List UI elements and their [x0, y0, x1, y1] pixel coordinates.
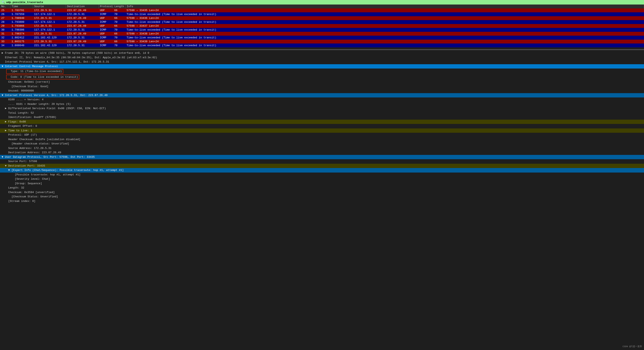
detail-line-src-addr: Source Address: 172.20.5.31 — [0, 146, 644, 151]
table-cell: 172.20.5.31 — [33, 24, 66, 28]
expand-arrow: ► — [5, 120, 8, 124]
expand-arrow — [5, 151, 8, 155]
detail-line-frame[interactable]: ►Frame 26: 70 bytes on wire (560 bits), … — [0, 51, 644, 55]
table-cell: ICMP — [99, 43, 113, 47]
detail-line-dst-addr: Destination Address: 223.87.26.49 — [0, 150, 644, 155]
table-cell: UDP — [99, 32, 113, 36]
expand-arrow — [12, 181, 15, 186]
detail-line-severity: [Severity level: Chat] — [0, 177, 644, 181]
expand-arrow — [5, 146, 8, 150]
detail-line-expert-info[interactable]: ▼[Expert Info (Chat/Sequence): Possible … — [0, 168, 644, 173]
detail-line-group: [Group: Sequence] — [0, 181, 644, 186]
table-cell: 70 — [113, 43, 125, 47]
table-cell: 172.20.5.31 — [66, 20, 99, 24]
detail-line-traceroute: [Possible traceroute: hop #1, attempt #1… — [0, 173, 644, 177]
table-row[interactable]: 341.808640221.182.42.129172.20.5.31ICMP7… — [0, 43, 644, 47]
detail-line-type: Type: 11 (Time-to-live exceeded) — [0, 68, 644, 74]
table-header-row: No. Time Source Destination Protocol Len… — [0, 4, 644, 8]
expand-arrow — [5, 115, 8, 119]
expand-arrow — [8, 69, 11, 73]
table-cell: 1.802412 — [10, 36, 33, 40]
table-row[interactable]: 281.793800117.174.122.1172.20.5.31ICMP70… — [0, 20, 644, 24]
table-cell: 1.787559 — [10, 12, 33, 16]
table-row[interactable]: 271.788940172.20.5.31223.87.26.49UDP6657… — [0, 16, 644, 20]
table-row[interactable]: 331.803175172.20.5.31223.87.26.49UDP6657… — [0, 40, 644, 43]
table-cell: 32 — [0, 36, 10, 40]
table-cell: 29 — [0, 24, 10, 28]
detail-line-ip: Internet Protocol Version 4, Src: 117.17… — [0, 60, 644, 64]
table-cell: 172.20.5.31 — [33, 32, 66, 36]
col-header-source: Source — [33, 4, 66, 8]
table-cell: 70 — [113, 28, 125, 32]
detail-line-ip2[interactable]: ▼Internet Protocol Version 4, Src: 172.2… — [0, 93, 644, 98]
expand-arrow — [5, 190, 8, 194]
table-cell: 223.87.26.49 — [66, 40, 99, 43]
table-cell: Time-to-live exceeded (Time to live exce… — [125, 28, 644, 32]
detail-panel: ►Frame 26: 70 bytes on wire (560 bits), … — [0, 50, 644, 350]
table-cell: UDP — [99, 24, 113, 28]
detail-line-dsf[interactable]: ►Differentiated Services Field: 0x00 (DS… — [0, 106, 644, 111]
table-row[interactable]: 251.783791172.20.5.31223.87.26.49UDP6657… — [0, 8, 644, 12]
table-cell: 1.808640 — [10, 43, 33, 47]
table-cell: 57598 → 33435 Len=24 — [125, 8, 644, 12]
table-row[interactable]: 301.798306117.174.122.1172.20.5.31ICMP70… — [0, 28, 644, 32]
detail-line-frag-offset: Fragment Offset: 0 — [0, 124, 644, 128]
expand-arrow — [5, 98, 8, 102]
detail-line-icmp[interactable]: ▼Internet Control Message Protocol — [0, 64, 644, 69]
table-cell: 28 — [0, 20, 10, 24]
table-row[interactable]: 261.787559117.174.122.1172.20.5.31ICMP70… — [0, 12, 644, 16]
detail-line-dst-port[interactable]: ▼Destination Port: 33435 — [0, 164, 644, 168]
detail-line-udp-checksum: Checksum: 0x3594 [unverified] — [0, 190, 644, 195]
expand-arrow — [8, 85, 12, 89]
table-cell: 223.87.26.49 — [66, 8, 99, 12]
table-row[interactable]: 311.798374172.20.5.31223.87.26.49UDP6657… — [0, 32, 644, 36]
table-cell: 30 — [0, 28, 10, 32]
table-cell: 26 — [0, 12, 10, 16]
redbox-wrapper: Code: 0 (Time to live exceeded in transi… — [6, 75, 79, 80]
packet-table: No. Time Source Destination Protocol Len… — [0, 4, 644, 47]
table-cell: 57598 → 33437 Len=24 — [125, 24, 644, 28]
expand-arrow: ▼ — [2, 93, 5, 97]
expand-arrow — [8, 195, 12, 199]
table-cell: UDP — [99, 8, 113, 12]
table-cell: 66 — [113, 24, 125, 28]
title-icon: 🔍 — [2, 0, 5, 4]
table-row[interactable]: 321.802412221.182.42.129172.20.5.31ICMP7… — [0, 36, 644, 40]
detail-line-udp-checksum-status: [Checksum Status: Unverified] — [0, 194, 644, 199]
detail-line-udp[interactable]: ▼User Datagram Protocol, Src Port: 57598… — [0, 155, 644, 160]
detail-line-unused: Unused: 00000000 — [0, 89, 644, 93]
detail-line-protocol: Protocol: UDP (17) — [0, 133, 644, 137]
title-bar: 🔍 udp.possible_traceroute — [0, 0, 644, 4]
table-cell: ICMP — [99, 20, 113, 24]
expand-arrow — [5, 89, 8, 93]
packet-list-panel: No. Time Source Destination Protocol Len… — [0, 4, 644, 50]
table-cell: 117.174.122.1 — [33, 20, 66, 24]
table-cell: 221.182.42.129 — [33, 36, 66, 40]
detail-line-checksum-status: [Checksum Status: Good] — [0, 84, 644, 89]
col-header-destination: Destination — [66, 4, 99, 8]
detail-line-flags[interactable]: ►Flags: 0x00 — [0, 120, 644, 124]
expand-arrow — [5, 199, 8, 203]
detail-line-stream-index: [Stream index: 0] — [0, 199, 644, 203]
expand-arrow — [5, 186, 8, 190]
table-cell: 223.87.26.49 — [66, 32, 99, 36]
detail-line-total-len: Total Length: 52 — [0, 111, 644, 115]
table-cell: Time-to-live exceeded (Time to live exce… — [125, 36, 644, 40]
table-cell: 33 — [0, 40, 10, 43]
table-row[interactable]: 291.793866172.20.5.31223.87.26.49UDP6657… — [0, 24, 644, 28]
expand-arrow — [5, 80, 8, 84]
col-header-no: No. — [0, 4, 10, 8]
detail-line-version: 0100 .... = Version: 4 — [0, 97, 644, 102]
table-cell: 34 — [0, 43, 10, 47]
detail-line-ttl[interactable]: ►Time to Live: 1 — [0, 128, 644, 133]
detail-line-checksum: Checksum: 0x5bb1 [correct] — [0, 80, 644, 84]
expand-arrow: ▼ — [2, 155, 5, 159]
col-header-info: Info — [125, 4, 644, 8]
expand-arrow: ▼ — [8, 168, 12, 172]
expand-arrow: ▼ — [5, 164, 8, 168]
table-cell: 117.174.122.1 — [33, 28, 66, 32]
table-cell: 117.174.122.1 — [33, 12, 66, 16]
expand-arrow — [2, 60, 5, 64]
expand-arrow — [8, 142, 12, 146]
redbox-wrapper: Type: 11 (Time-to-live exceeded) — [6, 69, 63, 74]
